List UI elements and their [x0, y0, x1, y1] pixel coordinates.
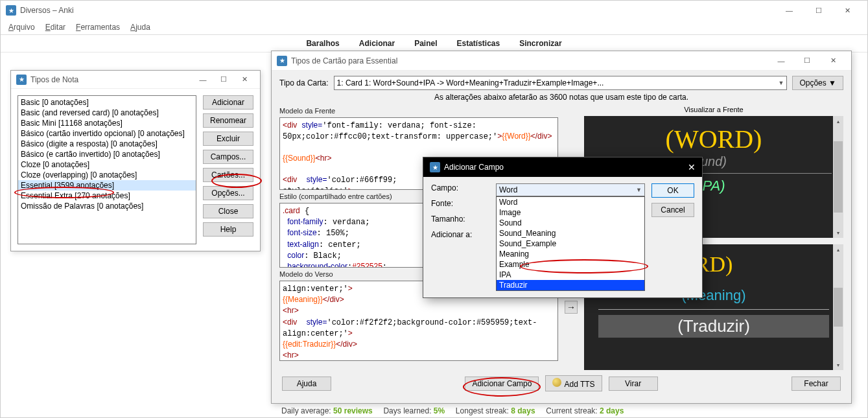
combo-item[interactable]: Meaning [497, 249, 644, 259]
card-type-label: Tipo da Carta: [279, 78, 329, 87]
list-item[interactable]: Basic (and reversed card) [0 anotações] [18, 108, 196, 118]
minimize-button[interactable]: — [775, 1, 804, 19]
note-types-minimize[interactable]: — [193, 71, 213, 89]
scroll-thumb[interactable] [834, 288, 843, 327]
ok-button[interactable]: OK [651, 183, 694, 198]
note-types-maximize[interactable]: ☐ [213, 71, 234, 89]
fields-button[interactable]: Campos... [203, 150, 253, 164]
list-item[interactable]: Cloze (overlapping) [0 anotações] [18, 170, 196, 180]
toolbar-add[interactable]: Adicionar [359, 39, 395, 48]
daily-label: Daily average: [281, 406, 331, 415]
maximize-button[interactable]: ☐ [804, 1, 833, 19]
list-item[interactable]: Básico (e cartão invertido) [0 anotações… [18, 149, 196, 159]
add-field-dialog: ★ Adicionar Campo ✕ Campo: Fonte: Tamanh… [423, 157, 703, 298]
learned-val: 5% [434, 406, 445, 415]
list-item[interactable]: Cloze [0 anotações] [18, 159, 196, 170]
preview-word: (WORD) [589, 124, 838, 154]
add-field-button[interactable]: Adicionar Campo [465, 377, 539, 391]
anki-icon: ★ [277, 56, 287, 66]
field-label: Campo: [431, 183, 489, 192]
add-field-title: Adicionar Campo [444, 163, 504, 172]
card-types-close[interactable]: ✕ [820, 52, 846, 70]
scroll-down-icon[interactable]: ▾ [833, 227, 843, 238]
rename-button[interactable]: Renomear [203, 113, 253, 128]
card-type-value: 1: Card 1: Word+Sound+IPA -> Word+Meanin… [337, 78, 604, 87]
chevron-down-icon: ▼ [779, 80, 784, 86]
close-icon[interactable]: ✕ [688, 162, 696, 172]
anki-icon: ★ [16, 75, 27, 85]
list-item-selected[interactable]: Essential [3599 anotações] [18, 180, 196, 191]
field-combo-value: Word [499, 185, 517, 194]
toolbar-sync[interactable]: Sincronizar [519, 39, 561, 48]
cards-button[interactable]: Cartões... [203, 168, 253, 182]
toolbar-stats[interactable]: Estatísticas [457, 39, 500, 48]
scrollbar-vertical[interactable]: ▴ ▾ [833, 244, 843, 370]
combo-item[interactable]: Sound [497, 218, 644, 228]
chevron-down-icon: ▼ [636, 187, 642, 193]
add-tts-button[interactable]: Add TTS [545, 375, 602, 391]
menu-tools[interactable]: Ferramentas [76, 23, 120, 32]
size-label: Tamanho: [431, 215, 489, 224]
help-button[interactable]: Ajuda [282, 377, 331, 391]
add-button[interactable]: Adicionar [203, 95, 253, 110]
info-text: As alterações abaixo afetarão as 3600 no… [279, 93, 843, 102]
cancel-button[interactable]: Cancel [651, 203, 694, 217]
menu-file[interactable]: Arquivo [8, 23, 35, 32]
close-button[interactable]: Fechar [792, 377, 841, 391]
options-button[interactable]: Opções ▼ [792, 76, 843, 90]
preview-traduzir: (Traduzir) [598, 315, 829, 338]
field-combo-dropdown[interactable]: Word Image Sound Sound_Meaning Sound_Exa… [496, 196, 645, 291]
current-label: Current streak: [546, 406, 597, 415]
delete-button[interactable]: Excluir [203, 132, 253, 146]
learned-label: Days learned: [383, 406, 431, 415]
addto-label: Adicionar a: [431, 230, 489, 239]
anki-icon: ★ [430, 162, 440, 172]
scroll-up-icon[interactable]: ▴ [833, 116, 843, 126]
help-button[interactable]: Help [203, 222, 253, 237]
note-types-dialog: ★ Tipos de Nota — ☐ ✕ Basic [0 anotações… [10, 70, 261, 251]
card-type-select[interactable]: 1: Card 1: Word+Sound+IPA -> Word+Meanin… [334, 76, 788, 90]
card-types-maximize[interactable]: ☐ [794, 52, 820, 70]
scroll-down-icon[interactable]: ▾ [833, 360, 843, 370]
scrollbar-vertical[interactable]: ▴ ▾ [833, 116, 843, 238]
combo-item[interactable]: Sound_Example [497, 238, 644, 249]
scroll-up-icon[interactable]: ▴ [833, 244, 843, 255]
flip-button[interactable]: Virar [609, 377, 658, 391]
font-label: Fonte: [431, 199, 489, 208]
list-item[interactable]: Essential Extra [270 anotações] [18, 191, 196, 201]
close-button[interactable]: Close [203, 204, 253, 218]
note-types-list[interactable]: Basic [0 anotações] Basic (and reversed … [18, 95, 196, 244]
tts-icon [552, 378, 561, 387]
menu-help[interactable]: Ajuda [130, 23, 150, 32]
daily-val: 50 reviews [333, 406, 373, 415]
combo-item[interactable]: Word [497, 197, 644, 207]
combo-item[interactable]: IPA [497, 270, 644, 280]
toolbar-decks[interactable]: Baralhos [306, 39, 339, 48]
list-item[interactable]: Omissão de Palavras [0 anotações] [18, 201, 196, 211]
front-template-label: Modelo da Frente [279, 106, 558, 116]
note-types-close[interactable]: ✕ [234, 71, 255, 89]
longest-val: 8 days [511, 406, 535, 415]
combo-item[interactable]: Example [497, 259, 644, 270]
list-item[interactable]: Básico (cartão invertido opcional) [0 an… [18, 128, 196, 139]
list-item[interactable]: Básico (digite a resposta) [0 anotações] [18, 139, 196, 149]
list-item[interactable]: Basic [0 anotações] [18, 97, 196, 108]
combo-item-highlighted[interactable]: Traduzir [497, 280, 644, 290]
toolbar-browse[interactable]: Painel [414, 39, 437, 48]
add-field-titlebar: ★ Adicionar Campo ✕ [423, 157, 702, 177]
anki-icon: ★ [6, 5, 16, 16]
combo-item[interactable]: Image [497, 207, 644, 218]
scroll-thumb[interactable] [834, 141, 843, 213]
note-types-titlebar: ★ Tipos de Nota — ☐ ✕ [11, 71, 260, 89]
list-item[interactable]: Basic Mini [11168 anotações] [18, 118, 196, 128]
card-types-title: Tipos de Cartão para Essential [291, 56, 397, 65]
main-menu-bar: Arquivo Editar Ferramentas Ajuda [1, 20, 867, 34]
menu-edit[interactable]: Editar [45, 23, 65, 32]
card-types-minimize[interactable]: — [768, 52, 794, 70]
options-button[interactable]: Opções... [203, 186, 253, 200]
field-combo[interactable]: Word ▼ [496, 183, 645, 196]
preview-front-label: Visualizar a Frente [584, 106, 843, 113]
combo-item[interactable]: Sound_Meaning [497, 228, 644, 238]
expand-arrow-back[interactable]: → [565, 301, 578, 314]
close-button[interactable]: ✕ [833, 1, 862, 19]
